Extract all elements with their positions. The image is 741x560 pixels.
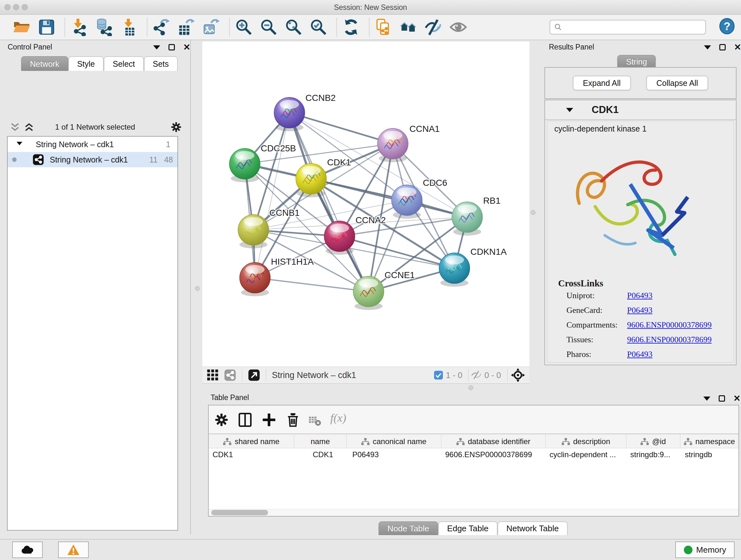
tab-network[interactable]: Network xyxy=(21,56,68,71)
tab-network-table[interactable]: Network Table xyxy=(497,521,568,535)
panel-maximize-icon[interactable] xyxy=(719,395,725,401)
import-network-database-icon[interactable] xyxy=(95,18,113,36)
tab-sets[interactable]: Sets xyxy=(144,56,178,71)
column-header-canonical-name[interactable]: canonical name xyxy=(347,434,441,449)
network-row-selected[interactable]: String Network – cdk1 11 48 xyxy=(8,152,178,167)
import-network-file-icon[interactable] xyxy=(70,18,88,36)
network-edge[interactable] xyxy=(255,113,289,278)
network-view-title: String Network – cdk1 xyxy=(272,370,356,380)
open-in-window-icon[interactable] xyxy=(248,369,260,381)
save-session-icon[interactable] xyxy=(38,18,56,36)
tab-node-table[interactable]: Node Table xyxy=(379,521,438,535)
column-header-database-identifier[interactable]: database identifier xyxy=(441,434,546,449)
table-panel: f(x) shared name name canonical name dat… xyxy=(208,405,739,516)
expand-all-button[interactable]: Expand All xyxy=(573,76,631,90)
network-node-CCNA2[interactable] xyxy=(324,221,355,255)
collapse-all-button[interactable]: Collapse All xyxy=(646,76,709,90)
zoom-out-icon[interactable] xyxy=(260,18,278,36)
delete-column-icon[interactable] xyxy=(286,413,300,427)
panel-maximize-icon[interactable] xyxy=(719,44,726,51)
crosslink-link[interactable]: P06493 xyxy=(627,291,652,300)
network-node-HIST1H1A[interactable] xyxy=(240,262,270,296)
crosslink-label: Tissues: xyxy=(566,335,593,345)
crosslink-label: Compartments: xyxy=(566,320,617,330)
show-columns-icon[interactable] xyxy=(238,413,253,427)
network-edge[interactable] xyxy=(255,278,368,292)
network-node-CDK1[interactable] xyxy=(296,164,327,197)
column-header-shared-name[interactable]: shared name xyxy=(209,434,294,449)
search-field[interactable] xyxy=(549,20,706,35)
show-hide-graphics-icon[interactable] xyxy=(424,18,442,36)
gear-icon[interactable] xyxy=(171,121,182,133)
column-header-id[interactable]: @id xyxy=(626,434,680,449)
help-icon[interactable]: ? xyxy=(719,18,735,35)
network-canvas[interactable]: CCNB2CCNA1CDC25BCDK1CDC6RB1CCNB1CCNA2CDK… xyxy=(202,42,529,367)
crosslink-link[interactable]: P06493 xyxy=(627,350,652,359)
collection-disclosure-icon[interactable] xyxy=(17,142,22,145)
column-header-name[interactable]: name xyxy=(294,434,347,449)
home-networks-icon[interactable] xyxy=(400,18,417,36)
column-header-description[interactable]: description xyxy=(546,434,626,449)
memory-button[interactable]: Memory xyxy=(675,542,735,558)
grid-view-icon[interactable] xyxy=(207,369,219,381)
network-edge[interactable] xyxy=(340,236,455,268)
warnings-button[interactable] xyxy=(58,542,89,558)
network-node-CCNA1[interactable] xyxy=(378,128,408,162)
column-header-namespace[interactable]: namespace xyxy=(680,434,738,449)
toolbar-separator xyxy=(64,18,65,37)
gene-header-row[interactable]: CDK1 xyxy=(545,100,736,120)
export-network-icon[interactable] xyxy=(152,18,171,36)
network-node-CCNB2[interactable] xyxy=(274,98,305,131)
table-gear-icon[interactable] xyxy=(214,413,229,427)
left-splitter-handle[interactable] xyxy=(195,286,200,291)
birdseye-crosshair-icon[interactable] xyxy=(511,368,525,382)
network-node-CDC25B[interactable] xyxy=(229,148,260,182)
export-table-icon[interactable] xyxy=(178,18,195,36)
string-view-icon[interactable] xyxy=(224,369,236,381)
panel-close-icon[interactable]: ✕ xyxy=(183,44,191,51)
horizontal-splitter-handle[interactable] xyxy=(468,385,473,390)
cloud-button[interactable] xyxy=(12,542,43,558)
cell-id: stringdb:9... xyxy=(630,450,670,459)
network-edge[interactable] xyxy=(289,113,393,144)
panel-close-icon[interactable]: ✕ xyxy=(733,395,741,401)
open-session-icon[interactable] xyxy=(13,18,30,36)
panel-float-icon[interactable] xyxy=(153,45,160,50)
network-collection-row[interactable]: String Network – cdk1 1 xyxy=(8,137,178,152)
panel-float-icon[interactable] xyxy=(703,396,711,401)
network-node-CCNE1[interactable] xyxy=(353,276,384,310)
selected-checkbox-icon[interactable] xyxy=(434,370,443,380)
add-column-icon[interactable] xyxy=(262,413,276,427)
status-bar: Memory xyxy=(0,539,741,560)
zoom-selected-icon[interactable] xyxy=(310,18,327,36)
copy-style-icon[interactable] xyxy=(375,18,393,36)
panel-close-icon[interactable]: ✕ xyxy=(734,44,741,51)
crosslink-link[interactable]: 9606.ENSP00000378699 xyxy=(627,320,712,330)
zoom-fit-content-icon[interactable] xyxy=(285,18,302,36)
right-splitter-handle[interactable] xyxy=(531,210,536,215)
panel-float-icon[interactable] xyxy=(704,45,711,50)
gene-disclosure-icon[interactable] xyxy=(566,108,573,112)
table-panel-title: Table Panel xyxy=(211,393,249,402)
network-node-CDKN1A[interactable] xyxy=(439,253,470,287)
hidden-eye-icon[interactable] xyxy=(471,370,482,380)
zoom-in-icon[interactable] xyxy=(235,18,253,36)
tab-style[interactable]: Style xyxy=(68,56,104,71)
export-image-icon[interactable] xyxy=(202,18,220,36)
refresh-icon[interactable] xyxy=(342,18,360,36)
crosslink-link[interactable]: 9606.ENSP00000378699 xyxy=(627,335,712,345)
network-node-RB1[interactable] xyxy=(452,202,482,236)
tab-edge-table[interactable]: Edge Table xyxy=(438,521,497,535)
network-node-CDC6[interactable] xyxy=(392,185,422,219)
panel-maximize-icon[interactable] xyxy=(169,44,175,51)
gene-symbol: CDK1 xyxy=(592,104,618,116)
crosslink-link[interactable]: P06493 xyxy=(627,306,652,315)
import-table-icon[interactable] xyxy=(120,18,138,36)
search-input[interactable] xyxy=(562,21,705,33)
tab-select[interactable]: Select xyxy=(104,56,144,71)
network-node-CCNB1[interactable] xyxy=(238,214,269,248)
tab-string[interactable]: String xyxy=(617,55,656,68)
toolbar-separator xyxy=(369,18,369,37)
horizontal-scrollbar[interactable] xyxy=(209,509,738,516)
scrollbar-thumb[interactable] xyxy=(211,510,268,515)
